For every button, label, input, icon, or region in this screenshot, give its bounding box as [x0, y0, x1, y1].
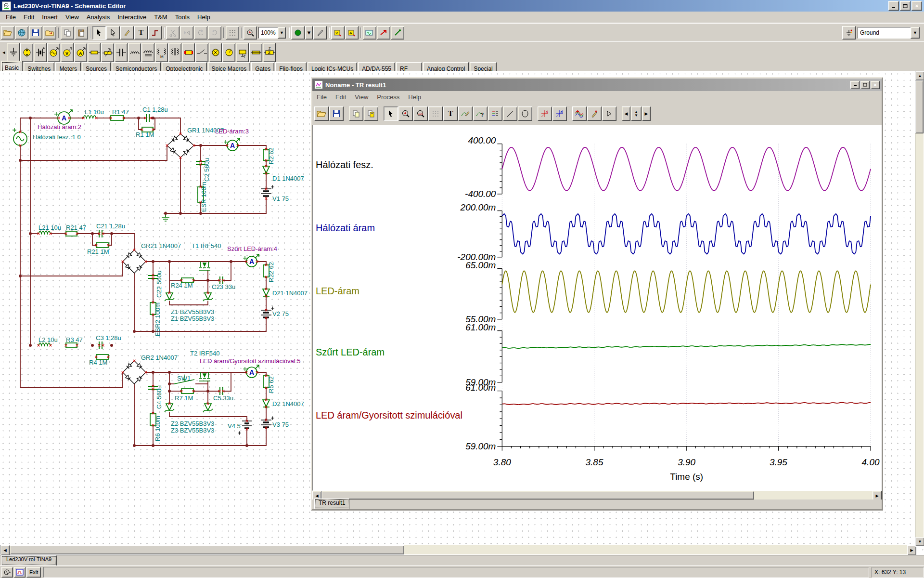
ammeter-probe-icon[interactable]: A: [345, 26, 359, 39]
ground-combo-arrow-icon[interactable]: ▼: [911, 27, 920, 39]
tr-menu-view[interactable]: View: [350, 92, 372, 102]
schematic-drawing[interactable]: AAAA Hálózati áram:2 Hálózati fesz.:1 0 …: [0, 71, 327, 504]
save-icon[interactable]: [29, 26, 42, 39]
tr-result-tab[interactable]: TR result1: [314, 499, 349, 509]
tr-save-icon[interactable]: [329, 106, 344, 121]
component-lamp[interactable]: [209, 43, 222, 62]
exit-button[interactable]: Exit: [26, 567, 41, 578]
menu-analysis[interactable]: Analysis: [83, 12, 114, 22]
tr-menu-process[interactable]: Process: [372, 92, 404, 102]
voltmeter-probe-icon[interactable]: V: [331, 26, 345, 39]
canvas-scroll-up-icon[interactable]: ▲: [915, 71, 924, 80]
menu-tools[interactable]: Tools: [171, 12, 193, 22]
cut-icon-disabled[interactable]: [166, 26, 180, 39]
dc-interactive-icon[interactable]: [291, 26, 305, 39]
tr-text-icon[interactable]: T: [443, 106, 458, 121]
menu-tm[interactable]: T&M: [150, 12, 171, 22]
component-impedance[interactable]: ZZ: [263, 43, 276, 62]
zoom-combo-arrow-icon[interactable]: ▼: [278, 27, 286, 39]
canvas-vscrollbar[interactable]: ▲ ▼: [915, 71, 924, 547]
run-interactive-icon[interactable]: [377, 26, 390, 39]
grid-toggle-icon[interactable]: [226, 26, 239, 39]
mirror-icon-disabled[interactable]: [180, 26, 193, 39]
canvas-hscrollbar[interactable]: ◀ ▶: [0, 545, 917, 555]
wire-tool-icon[interactable]: [148, 26, 162, 39]
status-schematic-icon[interactable]: [1, 567, 13, 578]
component-inductor[interactable]: [128, 43, 141, 62]
tm-instrument-icon[interactable]: [363, 26, 376, 39]
copy-icon[interactable]: [61, 26, 74, 39]
zoom-icon[interactable]: [244, 26, 257, 39]
component-ground[interactable]: [7, 43, 20, 62]
status-diagram-icon[interactable]: [14, 567, 26, 578]
cursor-tool-icon[interactable]: [92, 26, 106, 39]
schematic-canvas[interactable]: AAAA Hálózati áram:2 Hálózati fesz.:1 0 …: [0, 71, 924, 555]
menu-help[interactable]: Help: [193, 12, 214, 22]
tr-line-icon[interactable]: [503, 106, 517, 121]
rotate-right-icon-disabled[interactable]: [208, 26, 221, 39]
tr-hscrollbar[interactable]: ◀ ▶: [312, 491, 882, 499]
pen-tool-icon[interactable]: [120, 26, 134, 39]
document-tab[interactable]: Led230V-rol-TINA9: [1, 555, 57, 566]
close-icon[interactable]: ×: [911, 1, 922, 11]
component-resistor[interactable]: [88, 43, 101, 62]
export-icon[interactable]: [43, 26, 56, 39]
schematic-batteries[interactable]: [238, 185, 274, 435]
minimize-icon[interactable]: [888, 1, 899, 11]
component-coupled-inductors[interactable]: M: [155, 43, 168, 62]
component-relay[interactable]: [182, 43, 195, 62]
interactive-mode-arrow-icon[interactable]: ▾: [305, 26, 313, 39]
tr-cursor-b-icon[interactable]: b: [552, 106, 567, 121]
ground-node-icon[interactable]: [842, 26, 856, 39]
tr-nav-spinner[interactable]: ▲▼: [631, 106, 642, 121]
tr-restore-icon[interactable]: [860, 81, 870, 89]
component-scroll-left-icon[interactable]: ◄: [1, 43, 7, 62]
component-thyristor[interactable]: T: [236, 43, 249, 62]
tr-menu-help[interactable]: Help: [404, 92, 425, 102]
component-fuse[interactable]: [249, 43, 262, 62]
tr-nav-right-icon[interactable]: ▶: [642, 106, 651, 121]
component-voltage-generator[interactable]: [47, 43, 60, 62]
select-tool-icon[interactable]: [106, 26, 120, 39]
menu-view[interactable]: View: [62, 12, 83, 22]
tr-result-window[interactable]: Noname - TR result1 × File Edit View Pro…: [311, 77, 883, 511]
menu-file[interactable]: File: [2, 12, 20, 22]
tr-curve-edit-icon[interactable]: [458, 106, 473, 121]
tr-zoom-in-icon[interactable]: [398, 106, 413, 121]
tr-curve-query-icon[interactable]: ?: [473, 106, 488, 121]
tr-scroll-thumb[interactable]: [321, 491, 754, 499]
component-voltage-source[interactable]: [20, 43, 33, 62]
tr-add-pen-icon[interactable]: [587, 106, 602, 121]
tr-menu-edit[interactable]: Edit: [331, 92, 350, 102]
tr-zoom-100-icon[interactable]: 100: [413, 106, 428, 121]
tr-open-icon[interactable]: [314, 106, 329, 121]
ground-combo[interactable]: Ground ▼: [858, 27, 920, 39]
tr-menu-file[interactable]: File: [312, 92, 331, 102]
open-file-icon[interactable]: [1, 26, 14, 39]
tr-copy-icon[interactable]: [349, 106, 363, 121]
component-capacitor[interactable]: [115, 43, 128, 62]
component-battery[interactable]: [34, 43, 47, 62]
rotate-left-icon-disabled[interactable]: [194, 26, 207, 39]
tr-nav-left-icon[interactable]: ◀: [622, 106, 630, 121]
canvas-vscroll-thumb[interactable]: [915, 80, 924, 133]
tr-scroll-right-icon[interactable]: ▶: [873, 491, 882, 500]
component-transformer[interactable]: [168, 43, 181, 62]
menu-insert[interactable]: Insert: [38, 12, 62, 22]
tr-ellipse-icon[interactable]: [518, 106, 532, 121]
tr-minimize-icon[interactable]: [850, 81, 860, 89]
component-inductor-core[interactable]: [141, 43, 154, 62]
tr-grid-icon-disabled[interactable]: [428, 106, 443, 121]
tr-copy-special-icon[interactable]: [364, 106, 378, 121]
menu-interactive[interactable]: Interactive: [114, 12, 150, 22]
canvas-hscroll-thumb[interactable]: [10, 545, 404, 554]
stop-interactive-icon[interactable]: [391, 26, 404, 39]
paste-icon[interactable]: [75, 26, 88, 39]
text-tool-icon[interactable]: T: [134, 26, 148, 39]
tr-add-curves-icon[interactable]: [572, 106, 587, 121]
open-web-icon[interactable]: [15, 26, 28, 39]
zoom-level-combo[interactable]: 100% ▼: [258, 27, 286, 39]
canvas-scroll-left-icon[interactable]: ◀: [0, 545, 10, 555]
component-potentiometer[interactable]: [101, 43, 114, 62]
maximize-icon[interactable]: [900, 1, 911, 11]
